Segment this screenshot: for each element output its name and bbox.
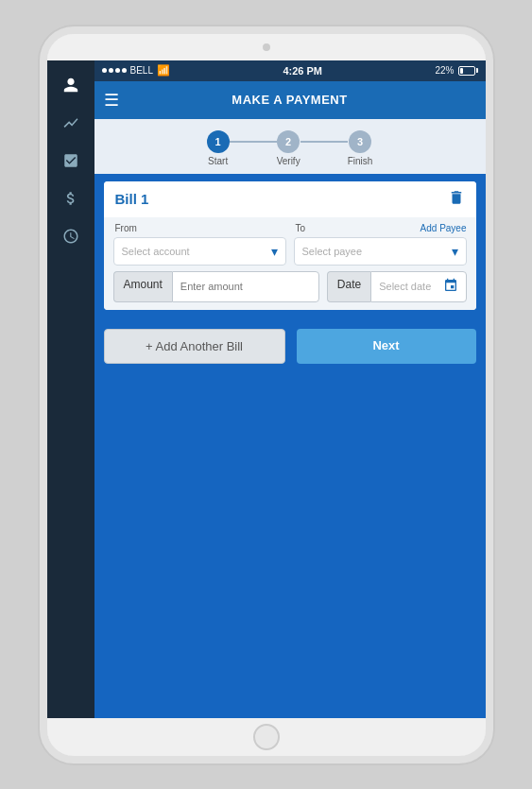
from-to-row: From Select account ▾ To Add Payee Selec… (104, 217, 476, 271)
page-title: MAKE A PAYMENT (232, 93, 347, 107)
select-account-arrow: ▾ (271, 244, 278, 259)
battery-percent: 22% (435, 65, 454, 76)
tablet-bottom-bar (47, 718, 486, 756)
app-header: ☰ MAKE A PAYMENT (94, 81, 486, 119)
amount-label: Amount (113, 271, 172, 302)
add-payee-link[interactable]: Add Payee (420, 223, 467, 233)
battery-body (458, 66, 475, 76)
amount-date-row: Amount Date Select date (104, 271, 476, 310)
wifi-icon: 📶 (157, 64, 170, 77)
amount-input[interactable] (172, 271, 319, 302)
tablet-shell: BELL 📶 4:26 PM 22% ☰ MAKE A PA (40, 26, 493, 763)
sidebar (47, 60, 94, 718)
select-payee-arrow: ▾ (452, 244, 458, 259)
content-spacer (94, 375, 486, 718)
step-1: 1 Start (207, 130, 230, 166)
step-line-2 (300, 141, 348, 143)
battery-bar (458, 66, 478, 76)
step-3-label: Finish (348, 156, 373, 166)
sidebar-icon-dollar[interactable] (54, 181, 88, 215)
select-account-placeholder: Select account (122, 246, 190, 257)
battery-info: 22% (435, 65, 477, 76)
select-account[interactable]: Select account ▾ (113, 237, 286, 266)
calendar-icon (443, 278, 458, 296)
step-2-label: Verify (277, 156, 300, 166)
date-input[interactable]: Select date (370, 271, 466, 302)
select-payee-placeholder: Select payee (302, 246, 363, 257)
next-button[interactable]: Next (297, 329, 476, 364)
carrier-info: BELL 📶 (102, 64, 170, 77)
step-line-1 (230, 141, 277, 143)
step-3: 3 Finish (348, 130, 373, 166)
to-col: To Add Payee Select payee ▾ (294, 223, 467, 266)
from-col: From Select account ▾ (113, 223, 286, 266)
sidebar-icon-chart[interactable] (54, 106, 88, 140)
menu-icon[interactable]: ☰ (104, 90, 119, 111)
step-2-circle: 2 (277, 130, 300, 153)
signal-dot-3 (115, 68, 120, 73)
select-payee[interactable]: Select payee ▾ (294, 237, 467, 266)
step-1-label: Start (208, 156, 228, 166)
tablet-camera (263, 43, 270, 51)
tablet-top-bar (47, 34, 486, 60)
carrier-name: BELL (130, 65, 153, 76)
date-placeholder: Select date (379, 281, 431, 292)
steps-container: 1 Start 2 Verify 3 (94, 119, 486, 174)
step-3-circle: 3 (349, 130, 371, 153)
signal-dot-1 (102, 68, 107, 73)
main-content: BELL 📶 4:26 PM 22% ☰ MAKE A PA (94, 60, 486, 718)
home-button[interactable] (253, 724, 280, 750)
date-label: Date (327, 271, 370, 302)
step-1-circle: 1 (207, 130, 230, 153)
steps-row: 1 Start 2 Verify 3 (207, 130, 373, 166)
battery-fill (460, 68, 463, 74)
battery-tip (476, 68, 478, 73)
bill-title: Bill 1 (115, 191, 149, 207)
sidebar-icon-person[interactable] (54, 68, 88, 102)
signal-dot-2 (109, 68, 113, 73)
sidebar-icon-checklist[interactable] (54, 144, 88, 178)
bill-section: Bill 1 From Select account ▾ (104, 181, 476, 310)
from-label: From (113, 223, 286, 233)
action-row: + Add Another Bill Next (94, 317, 486, 375)
status-time: 4:26 PM (283, 65, 322, 77)
amount-col: Amount (113, 271, 319, 302)
to-label-row: To Add Payee (294, 223, 467, 233)
bill-header: Bill 1 (104, 181, 476, 217)
step-2: 2 Verify (277, 130, 300, 166)
sidebar-icon-clock[interactable] (54, 219, 88, 253)
delete-bill-icon[interactable] (448, 189, 465, 210)
signal-dot-4 (122, 68, 127, 73)
date-col: Date Select date (327, 271, 467, 302)
add-bill-button[interactable]: + Add Another Bill (104, 329, 285, 364)
to-label: To (294, 223, 306, 233)
status-bar: BELL 📶 4:26 PM 22% (94, 60, 486, 81)
tablet-screen: BELL 📶 4:26 PM 22% ☰ MAKE A PA (47, 60, 486, 718)
signal-dots (102, 68, 127, 73)
